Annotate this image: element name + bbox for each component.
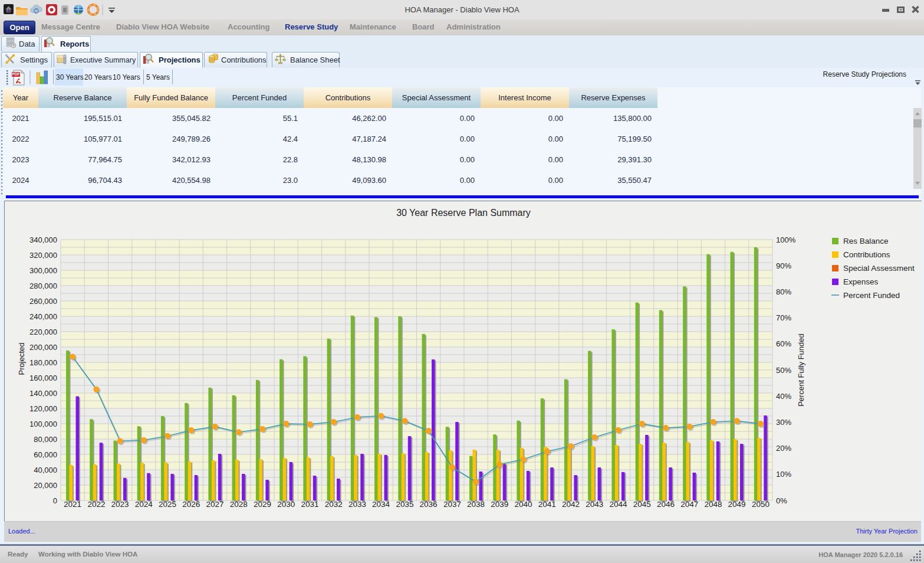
- svg-text:120,000: 120,000: [29, 404, 57, 413]
- svg-text:280,000: 280,000: [29, 282, 57, 290]
- svg-text:240,000: 240,000: [29, 312, 57, 321]
- svg-text:2034: 2034: [372, 500, 390, 509]
- svg-text:2044: 2044: [609, 500, 627, 509]
- svg-text:2041: 2041: [538, 500, 556, 509]
- svg-text:Percent Fully Funded: Percent Fully Funded: [797, 333, 805, 407]
- svg-text:2039: 2039: [491, 500, 508, 509]
- svg-text:2030: 2030: [277, 500, 295, 509]
- svg-text:Projected: Projected: [17, 343, 26, 375]
- svg-text:Res Balance: Res Balance: [843, 237, 889, 246]
- svg-text:30%: 30%: [776, 418, 791, 427]
- svg-text:Contributions: Contributions: [843, 250, 890, 259]
- svg-text:2025: 2025: [159, 500, 176, 509]
- svg-text:320,000: 320,000: [29, 251, 57, 260]
- svg-text:260,000: 260,000: [29, 297, 57, 306]
- svg-text:200,000: 200,000: [29, 343, 57, 352]
- svg-text:80%: 80%: [776, 287, 791, 296]
- svg-text:2028: 2028: [230, 500, 248, 509]
- svg-text:2036: 2036: [420, 500, 438, 509]
- svg-text:2026: 2026: [182, 500, 200, 509]
- svg-text:0: 0: [53, 496, 57, 505]
- svg-text:40,000: 40,000: [34, 466, 57, 474]
- svg-text:300,000: 300,000: [29, 266, 57, 275]
- svg-text:2023: 2023: [111, 500, 129, 509]
- svg-text:2045: 2045: [633, 500, 651, 509]
- svg-text:2021: 2021: [64, 500, 81, 509]
- svg-text:2024: 2024: [135, 500, 153, 509]
- svg-text:70%: 70%: [776, 313, 791, 322]
- svg-text:2047: 2047: [680, 500, 698, 509]
- svg-text:PDF: PDF: [12, 72, 20, 76]
- svg-text:100%: 100%: [776, 235, 796, 244]
- svg-text:Expenses: Expenses: [843, 277, 879, 286]
- svg-text:20,000: 20,000: [34, 481, 57, 490]
- svg-text:60%: 60%: [776, 339, 791, 348]
- svg-text:2048: 2048: [704, 500, 722, 509]
- svg-text:50%: 50%: [776, 366, 791, 375]
- svg-text:220,000: 220,000: [29, 328, 57, 336]
- svg-text:2040: 2040: [515, 500, 532, 509]
- svg-text:2046: 2046: [657, 500, 675, 509]
- svg-text:40%: 40%: [776, 392, 791, 401]
- svg-text:2027: 2027: [206, 500, 223, 509]
- svg-text:340,000: 340,000: [29, 235, 57, 244]
- svg-text:100,000: 100,000: [29, 420, 57, 428]
- svg-text:2049: 2049: [728, 500, 746, 509]
- svg-text:180,000: 180,000: [29, 358, 57, 367]
- svg-text:0%: 0%: [776, 496, 787, 505]
- svg-text:2022: 2022: [87, 500, 105, 509]
- svg-text:Special Assessment: Special Assessment: [843, 264, 915, 273]
- svg-text:20%: 20%: [776, 444, 791, 453]
- svg-text:80,000: 80,000: [34, 435, 57, 444]
- svg-text:2037: 2037: [443, 500, 461, 509]
- svg-text:2033: 2033: [348, 500, 366, 509]
- svg-text:Percent Funded: Percent Funded: [843, 291, 900, 300]
- svg-text:140,000: 140,000: [29, 389, 57, 398]
- svg-text:60,000: 60,000: [34, 450, 57, 459]
- svg-text:10%: 10%: [776, 470, 791, 479]
- svg-text:2029: 2029: [254, 500, 271, 509]
- svg-text:30 Year Reserve Plan Summary: 30 Year Reserve Plan Summary: [396, 208, 531, 218]
- svg-text:2042: 2042: [562, 500, 580, 509]
- svg-text:2050: 2050: [752, 500, 770, 509]
- svg-text:2043: 2043: [586, 500, 603, 509]
- svg-text:90%: 90%: [776, 261, 791, 270]
- svg-text:2031: 2031: [301, 500, 318, 509]
- svg-text:2035: 2035: [396, 500, 413, 509]
- svg-text:160,000: 160,000: [29, 374, 57, 382]
- svg-text:2038: 2038: [467, 500, 485, 509]
- svg-text:2032: 2032: [325, 500, 343, 509]
